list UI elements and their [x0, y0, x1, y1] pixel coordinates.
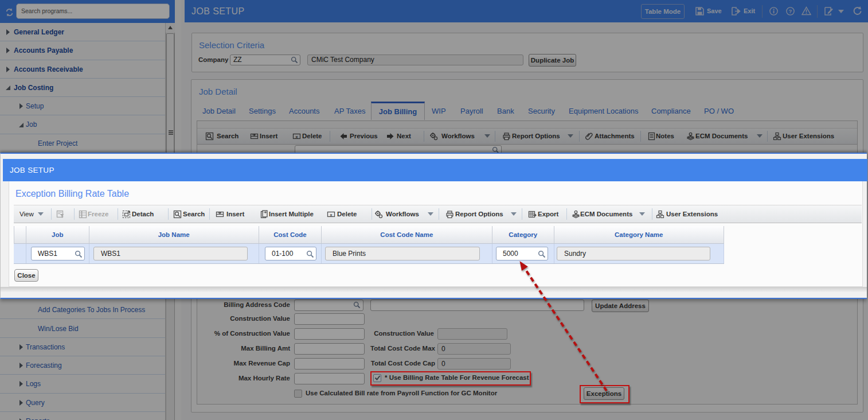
svg-text:x: x	[330, 212, 333, 217]
